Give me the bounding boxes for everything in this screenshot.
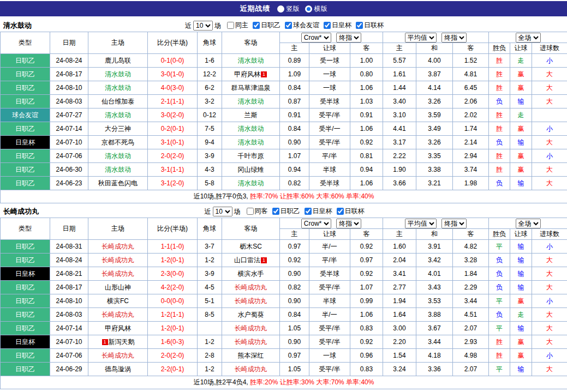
checkbox-input[interactable] (356, 22, 363, 29)
bookmaker-select[interactable]: Crow* (301, 219, 331, 228)
sub-header-euro-draw: 和 (416, 229, 453, 240)
result-value-2: 小 (532, 122, 567, 136)
match-row: 日职乙24-08-17山形山神4-2(2-0)4-5长崎成功丸0.82受平/半1… (1, 281, 567, 294)
result-value-2: 大 (532, 322, 567, 335)
match-score: 2-0(2-0) (148, 349, 198, 363)
filter-checkbox[interactable]: 日皇杯 (324, 21, 351, 30)
result-group: 全场 (489, 32, 567, 43)
home-team-cell: 德岛漩涡 (88, 363, 148, 376)
result-value-1: 输 (510, 136, 532, 149)
result-value-1: 赢 (510, 294, 532, 308)
odds-value-1: 受半球 (309, 177, 350, 190)
layout-radio-option[interactable]: 竖版 (277, 4, 300, 14)
result-value-1: 输 (510, 95, 532, 108)
bookmaker-select[interactable]: Crow* (301, 33, 331, 43)
result-value-2: 大 (532, 308, 567, 322)
checkbox-input[interactable] (247, 208, 254, 215)
team-name-text: 长崎成功丸 (235, 284, 267, 291)
corners-value: 3-9 (198, 149, 222, 163)
team-name-text: 新泻天鹅 (109, 338, 135, 346)
average-odds-select[interactable]: 平均值 (405, 219, 437, 228)
team-name-text: 群马草津温泉 (231, 84, 271, 92)
final-odds-select[interactable]: 终指 (336, 33, 361, 43)
odds-value-1: 受平/半 (309, 322, 350, 335)
filter-checkbox[interactable]: 日联杯 (356, 21, 384, 30)
header-row-groups: 类型 日期 主场 比分(半场) 角球 客场 Crow* 终指 平均值 终指 全场 (1, 32, 567, 43)
summary-cell: 近10场,胜2平4负4, 胜率:20% 让胜率:30% 大率:70% 单率:40… (1, 376, 567, 389)
odds-value-4: 3.87 (416, 68, 453, 81)
filter-checkbox[interactable]: 同主 (227, 21, 248, 30)
match-score: 3-0(1-0) (148, 68, 198, 81)
odds-value-0: 1.05 (280, 322, 309, 335)
radio-icon[interactable] (305, 5, 312, 13)
odds-value-3: 2.04 (383, 254, 416, 267)
table-body: 日职乙24-08-31长崎成功丸1-1(1-0)3-7枥木SC0.97半/一0.… (1, 240, 567, 376)
odds-value-2: 0.92 (350, 240, 383, 254)
final-odds-select-2[interactable]: 终指 (441, 33, 467, 43)
filter-checkbox[interactable]: 球会友谊 (285, 21, 319, 30)
filter-checkbox[interactable]: 日职乙 (272, 207, 300, 216)
match-type: 日职乙 (1, 163, 50, 177)
checkbox-input[interactable] (272, 208, 279, 215)
odds-value-4: 3.53 (416, 294, 453, 308)
team-name-text: 大分三神 (105, 125, 131, 132)
checkbox-label: 同主 (235, 21, 248, 30)
average-odds-select[interactable]: 平均值 (405, 33, 437, 43)
odds-value-5: 1.52 (453, 54, 489, 68)
team-name-text: 清水鼓动 (105, 152, 131, 160)
checkbox-input[interactable] (227, 22, 234, 29)
team-name-text: 清水鼓动 (105, 166, 131, 173)
filter-checkbox[interactable]: 日皇杯 (305, 207, 332, 216)
fulltime-select[interactable]: 全场 (516, 33, 541, 43)
red-card-badge: 1 (102, 339, 108, 345)
filter-checkbox[interactable]: 同客 (247, 207, 268, 216)
odds-value-4: 3.44 (416, 335, 453, 349)
result-value-2: 大 (532, 163, 567, 177)
home-team-cell: 清水鼓动 (88, 81, 148, 95)
odds-value-4: 3.36 (416, 363, 453, 376)
page-title: 近期战绩 (240, 4, 271, 14)
recent-count-select[interactable]: 10 (213, 207, 232, 216)
home-team-cell: 清水鼓动 (88, 68, 148, 81)
sub-header-winlose: 胜负 (489, 43, 510, 54)
fulltime-select[interactable]: 全场 (516, 219, 541, 228)
match-type: 日职乙 (1, 68, 50, 81)
match-type: 日皇杯 (1, 335, 50, 349)
filter-checkbox[interactable]: 日联杯 (337, 207, 365, 216)
checkbox-input[interactable] (285, 22, 292, 29)
team-name-text: 长崎成功丸 (235, 365, 267, 373)
radio-icon[interactable] (277, 5, 284, 13)
final-odds-select-2[interactable]: 终指 (441, 219, 467, 228)
odds-value-3: 1.64 (383, 308, 416, 322)
team-name-text: 清水鼓动 (238, 138, 264, 146)
result-value-2: 大 (532, 281, 567, 294)
checkbox-input[interactable] (324, 22, 331, 29)
checkbox-label: 日联杯 (364, 21, 384, 30)
summary-record: 近10场,胜7平0负3, (194, 192, 248, 200)
match-type: 日职乙 (1, 349, 50, 363)
checkbox-input[interactable] (305, 208, 312, 215)
match-date: 24-07-06 (50, 349, 88, 363)
checkbox-input[interactable] (253, 22, 260, 29)
odds-value-3: 3.00 (383, 322, 416, 335)
odds-value-3: 3.40 (383, 95, 416, 108)
match-type: 日职乙 (1, 95, 50, 108)
odds-value-2: 0.96 (350, 349, 383, 363)
odds-value-4: 3.35 (416, 149, 453, 163)
matches-table: 类型 日期 主场 比分(半场) 角球 客场 Crow* 终指 平均值 终指 全场 (0, 32, 567, 203)
sub-header-handicap-home: 主 (280, 229, 309, 240)
team-section-nagasaki: 长崎成功丸 近 10 场 同客日职乙日皇杯日联杯 类型 日期 主场 比分(半场)… (0, 206, 567, 389)
near-label: 近 (185, 21, 192, 31)
radio-label: 竖版 (287, 4, 300, 14)
final-odds-select[interactable]: 终指 (336, 219, 361, 228)
checkbox-input[interactable] (337, 208, 344, 215)
corners-value: 1-6 (198, 54, 222, 68)
sub-header-winlose: 胜负 (489, 229, 510, 240)
home-team-cell: 长崎成功丸 (88, 240, 148, 254)
filter-checkbox[interactable]: 日职乙 (253, 21, 280, 30)
away-team-cell: 清水鼓动 (222, 54, 280, 68)
team-name-text: 清水鼓动 (238, 179, 264, 187)
odds-value-5: 2.06 (453, 95, 489, 108)
layout-radio-option[interactable]: 横版 (305, 4, 327, 14)
recent-count-select[interactable]: 10 (193, 21, 213, 31)
